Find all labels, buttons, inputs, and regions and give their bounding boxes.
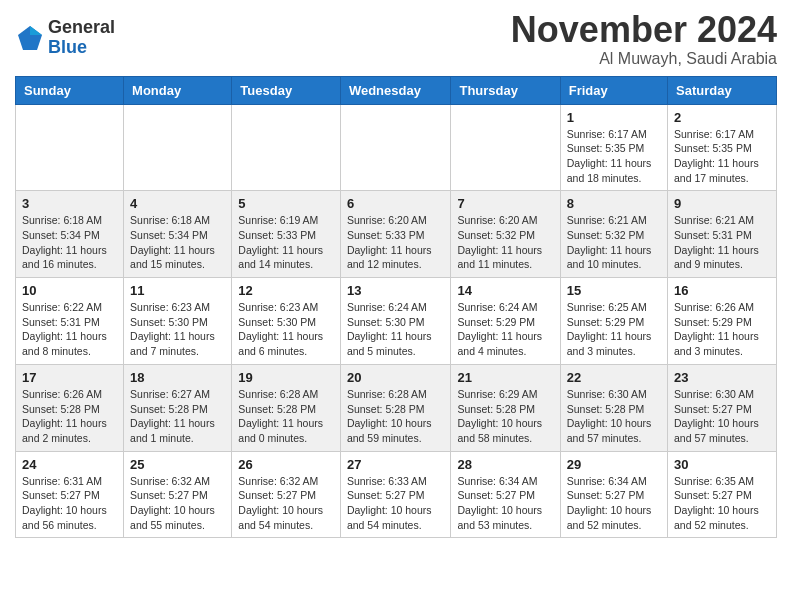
- calendar-day-cell: 8Sunrise: 6:21 AM Sunset: 5:32 PM Daylig…: [560, 191, 667, 278]
- day-number: 27: [347, 457, 445, 472]
- calendar-day-cell: 23Sunrise: 6:30 AM Sunset: 5:27 PM Dayli…: [668, 364, 777, 451]
- location: Al Muwayh, Saudi Arabia: [511, 50, 777, 68]
- day-number: 1: [567, 110, 661, 125]
- day-number: 17: [22, 370, 117, 385]
- day-info: Sunrise: 6:21 AM Sunset: 5:32 PM Dayligh…: [567, 213, 661, 272]
- day-info: Sunrise: 6:19 AM Sunset: 5:33 PM Dayligh…: [238, 213, 334, 272]
- day-number: 22: [567, 370, 661, 385]
- day-info: Sunrise: 6:32 AM Sunset: 5:27 PM Dayligh…: [130, 474, 225, 533]
- day-info: Sunrise: 6:32 AM Sunset: 5:27 PM Dayligh…: [238, 474, 334, 533]
- day-info: Sunrise: 6:18 AM Sunset: 5:34 PM Dayligh…: [22, 213, 117, 272]
- day-number: 2: [674, 110, 770, 125]
- day-info: Sunrise: 6:31 AM Sunset: 5:27 PM Dayligh…: [22, 474, 117, 533]
- calendar-day-header: Tuesday: [232, 76, 341, 104]
- day-number: 20: [347, 370, 445, 385]
- calendar-day-cell: 1Sunrise: 6:17 AM Sunset: 5:35 PM Daylig…: [560, 104, 667, 191]
- day-number: 13: [347, 283, 445, 298]
- calendar-day-cell: 24Sunrise: 6:31 AM Sunset: 5:27 PM Dayli…: [16, 451, 124, 538]
- day-number: 11: [130, 283, 225, 298]
- calendar-day-cell: 29Sunrise: 6:34 AM Sunset: 5:27 PM Dayli…: [560, 451, 667, 538]
- svg-marker-1: [30, 26, 42, 35]
- day-info: Sunrise: 6:30 AM Sunset: 5:28 PM Dayligh…: [567, 387, 661, 446]
- calendar-day-cell: 28Sunrise: 6:34 AM Sunset: 5:27 PM Dayli…: [451, 451, 560, 538]
- calendar-day-header: Friday: [560, 76, 667, 104]
- logo-blue-text: Blue: [48, 38, 115, 58]
- calendar-day-cell: 14Sunrise: 6:24 AM Sunset: 5:29 PM Dayli…: [451, 278, 560, 365]
- calendar-day-cell: 17Sunrise: 6:26 AM Sunset: 5:28 PM Dayli…: [16, 364, 124, 451]
- calendar-day-cell: 25Sunrise: 6:32 AM Sunset: 5:27 PM Dayli…: [124, 451, 232, 538]
- page: General Blue November 2024 Al Muwayh, Sa…: [0, 0, 792, 553]
- day-number: 21: [457, 370, 553, 385]
- day-number: 12: [238, 283, 334, 298]
- calendar-day-cell: 15Sunrise: 6:25 AM Sunset: 5:29 PM Dayli…: [560, 278, 667, 365]
- calendar-day-cell: 6Sunrise: 6:20 AM Sunset: 5:33 PM Daylig…: [340, 191, 451, 278]
- day-number: 14: [457, 283, 553, 298]
- day-number: 10: [22, 283, 117, 298]
- calendar-day-cell: 16Sunrise: 6:26 AM Sunset: 5:29 PM Dayli…: [668, 278, 777, 365]
- day-info: Sunrise: 6:22 AM Sunset: 5:31 PM Dayligh…: [22, 300, 117, 359]
- calendar-day-cell: 13Sunrise: 6:24 AM Sunset: 5:30 PM Dayli…: [340, 278, 451, 365]
- day-number: 3: [22, 196, 117, 211]
- day-info: Sunrise: 6:24 AM Sunset: 5:30 PM Dayligh…: [347, 300, 445, 359]
- calendar-day-cell: 21Sunrise: 6:29 AM Sunset: 5:28 PM Dayli…: [451, 364, 560, 451]
- month-title: November 2024: [511, 10, 777, 50]
- calendar-day-cell: 11Sunrise: 6:23 AM Sunset: 5:30 PM Dayli…: [124, 278, 232, 365]
- calendar-day-cell: 20Sunrise: 6:28 AM Sunset: 5:28 PM Dayli…: [340, 364, 451, 451]
- day-number: 16: [674, 283, 770, 298]
- day-info: Sunrise: 6:25 AM Sunset: 5:29 PM Dayligh…: [567, 300, 661, 359]
- calendar-day-cell: 18Sunrise: 6:27 AM Sunset: 5:28 PM Dayli…: [124, 364, 232, 451]
- day-info: Sunrise: 6:30 AM Sunset: 5:27 PM Dayligh…: [674, 387, 770, 446]
- day-info: Sunrise: 6:23 AM Sunset: 5:30 PM Dayligh…: [130, 300, 225, 359]
- calendar-day-header: Monday: [124, 76, 232, 104]
- day-info: Sunrise: 6:27 AM Sunset: 5:28 PM Dayligh…: [130, 387, 225, 446]
- calendar-day-cell: [16, 104, 124, 191]
- day-number: 15: [567, 283, 661, 298]
- calendar-day-cell: 7Sunrise: 6:20 AM Sunset: 5:32 PM Daylig…: [451, 191, 560, 278]
- calendar-day-header: Sunday: [16, 76, 124, 104]
- day-info: Sunrise: 6:20 AM Sunset: 5:33 PM Dayligh…: [347, 213, 445, 272]
- day-number: 4: [130, 196, 225, 211]
- day-info: Sunrise: 6:17 AM Sunset: 5:35 PM Dayligh…: [674, 127, 770, 186]
- logo-text: General Blue: [48, 18, 115, 58]
- calendar-day-cell: 22Sunrise: 6:30 AM Sunset: 5:28 PM Dayli…: [560, 364, 667, 451]
- calendar-day-cell: 9Sunrise: 6:21 AM Sunset: 5:31 PM Daylig…: [668, 191, 777, 278]
- day-info: Sunrise: 6:17 AM Sunset: 5:35 PM Dayligh…: [567, 127, 661, 186]
- calendar-header-row: SundayMondayTuesdayWednesdayThursdayFrid…: [16, 76, 777, 104]
- calendar-day-cell: [124, 104, 232, 191]
- day-info: Sunrise: 6:29 AM Sunset: 5:28 PM Dayligh…: [457, 387, 553, 446]
- day-number: 18: [130, 370, 225, 385]
- calendar-day-cell: [232, 104, 341, 191]
- calendar-week-row: 17Sunrise: 6:26 AM Sunset: 5:28 PM Dayli…: [16, 364, 777, 451]
- day-number: 7: [457, 196, 553, 211]
- day-number: 26: [238, 457, 334, 472]
- day-number: 23: [674, 370, 770, 385]
- calendar-week-row: 10Sunrise: 6:22 AM Sunset: 5:31 PM Dayli…: [16, 278, 777, 365]
- day-info: Sunrise: 6:24 AM Sunset: 5:29 PM Dayligh…: [457, 300, 553, 359]
- calendar-day-header: Thursday: [451, 76, 560, 104]
- day-number: 30: [674, 457, 770, 472]
- calendar-table: SundayMondayTuesdayWednesdayThursdayFrid…: [15, 76, 777, 539]
- logo-icon: [15, 23, 45, 53]
- day-info: Sunrise: 6:21 AM Sunset: 5:31 PM Dayligh…: [674, 213, 770, 272]
- day-info: Sunrise: 6:34 AM Sunset: 5:27 PM Dayligh…: [567, 474, 661, 533]
- day-info: Sunrise: 6:18 AM Sunset: 5:34 PM Dayligh…: [130, 213, 225, 272]
- calendar-day-cell: 26Sunrise: 6:32 AM Sunset: 5:27 PM Dayli…: [232, 451, 341, 538]
- calendar-day-cell: 4Sunrise: 6:18 AM Sunset: 5:34 PM Daylig…: [124, 191, 232, 278]
- title-block: November 2024 Al Muwayh, Saudi Arabia: [511, 10, 777, 68]
- logo: General Blue: [15, 18, 115, 58]
- day-info: Sunrise: 6:33 AM Sunset: 5:27 PM Dayligh…: [347, 474, 445, 533]
- day-number: 24: [22, 457, 117, 472]
- day-info: Sunrise: 6:35 AM Sunset: 5:27 PM Dayligh…: [674, 474, 770, 533]
- calendar-week-row: 1Sunrise: 6:17 AM Sunset: 5:35 PM Daylig…: [16, 104, 777, 191]
- day-info: Sunrise: 6:28 AM Sunset: 5:28 PM Dayligh…: [347, 387, 445, 446]
- day-info: Sunrise: 6:20 AM Sunset: 5:32 PM Dayligh…: [457, 213, 553, 272]
- day-number: 25: [130, 457, 225, 472]
- day-info: Sunrise: 6:26 AM Sunset: 5:28 PM Dayligh…: [22, 387, 117, 446]
- day-number: 28: [457, 457, 553, 472]
- day-number: 6: [347, 196, 445, 211]
- calendar-day-cell: 19Sunrise: 6:28 AM Sunset: 5:28 PM Dayli…: [232, 364, 341, 451]
- calendar-day-cell: [340, 104, 451, 191]
- calendar-day-header: Saturday: [668, 76, 777, 104]
- calendar-day-cell: [451, 104, 560, 191]
- calendar-day-cell: 27Sunrise: 6:33 AM Sunset: 5:27 PM Dayli…: [340, 451, 451, 538]
